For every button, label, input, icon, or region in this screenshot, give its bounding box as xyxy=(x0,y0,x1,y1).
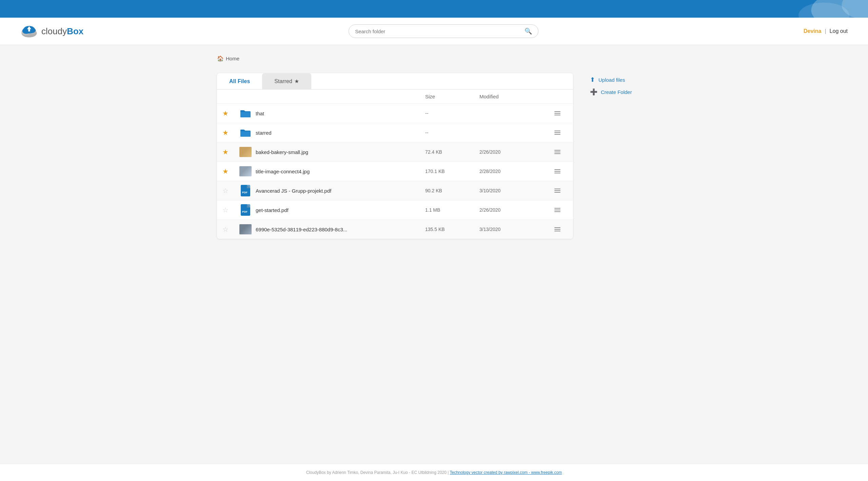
star-icon[interactable]: ★ xyxy=(222,167,239,175)
header-bar xyxy=(0,0,868,18)
file-menu-button[interactable] xyxy=(547,111,568,115)
svg-rect-14 xyxy=(247,185,250,188)
file-info: PDF get-started.pdf xyxy=(239,204,425,216)
file-size: 170.1 KB xyxy=(425,169,479,174)
file-info: baked-bakery-small.jpg xyxy=(239,146,425,158)
svg-rect-18 xyxy=(247,204,250,208)
header-cloud-decoration xyxy=(773,0,868,18)
search-icon[interactable]: 🔍 xyxy=(525,27,532,35)
file-modified: 3/10/2020 xyxy=(479,188,547,193)
file-name: starred xyxy=(256,130,272,136)
breadcrumb: 🏠 Home xyxy=(217,52,651,65)
file-menu-button[interactable] xyxy=(547,189,568,193)
file-name: baked-bakery-small.jpg xyxy=(256,149,308,155)
file-info: that xyxy=(239,107,425,119)
upload-label: Upload files xyxy=(598,77,625,83)
table-row[interactable]: ★ that -- xyxy=(217,104,573,123)
file-size: 90.2 KB xyxy=(425,188,479,193)
file-panel: All Files Starred ★ Size Modified ★ xyxy=(217,73,573,239)
table-row[interactable]: ★ title-image-connect4.jpg 170.1 KB 2/28… xyxy=(217,162,573,181)
file-menu-button[interactable] xyxy=(547,208,568,212)
breadcrumb-home[interactable]: Home xyxy=(226,56,239,61)
sidebar-actions: ⬆ Upload files ➕ Create Folder xyxy=(590,73,651,96)
logo-text: cloudyBox xyxy=(41,26,83,37)
col-size: Size xyxy=(425,94,479,99)
tab-starred-label: Starred xyxy=(274,78,292,84)
footer: CloudyBox by Adrienn Timko, Devina Param… xyxy=(0,464,868,481)
logo: cloudyBox xyxy=(20,24,83,39)
file-menu-button[interactable] xyxy=(547,131,568,135)
star-icon[interactable]: ☆ xyxy=(222,187,239,195)
main-content: 🏠 Home All Files Starred ★ Size Modifi xyxy=(197,45,671,464)
upload-files-button[interactable]: ⬆ Upload files xyxy=(590,76,651,83)
table-row[interactable]: ★ starred -- xyxy=(217,123,573,142)
tab-bar: All Files Starred ★ xyxy=(217,73,573,90)
svg-text:PDF: PDF xyxy=(242,210,248,213)
search-input[interactable] xyxy=(355,28,525,34)
star-icon[interactable]: ☆ xyxy=(222,206,239,214)
col-modified: Modified xyxy=(479,94,547,99)
file-modified: 3/13/2020 xyxy=(479,227,547,232)
file-name: that xyxy=(256,111,264,116)
star-icon[interactable]: ★ xyxy=(222,109,239,117)
file-size: 1.1 MB xyxy=(425,207,479,213)
table-row[interactable]: ☆ PDF Avancerad JS - Grupp-projekt.pdf 9… xyxy=(217,181,573,200)
tab-all-files-label: All Files xyxy=(229,78,250,84)
footer-text: CloudyBox by Adrienn Timko, Devina Param… xyxy=(306,470,449,475)
search-bar: 🔍 xyxy=(349,24,538,38)
table-row[interactable]: ★ baked-bakery-small.jpg 72.4 KB 2/26/20… xyxy=(217,142,573,162)
star-icon[interactable]: ★ xyxy=(222,148,239,156)
footer-link[interactable]: Technology vector created by rawpixel.co… xyxy=(450,470,562,475)
tab-all-files[interactable]: All Files xyxy=(217,73,262,89)
file-info: 6990e-5325d-38119-ed223-880d9-8c3... xyxy=(239,223,425,235)
create-folder-label: Create Folder xyxy=(601,89,632,95)
image-thumbnail xyxy=(239,223,252,235)
logo-bar: cloudyBox 🔍 Devina | Log out xyxy=(0,18,868,45)
file-menu-button[interactable] xyxy=(547,169,568,173)
file-info: starred xyxy=(239,127,425,139)
table-row[interactable]: ☆ 6990e-5325d-38119-ed223-880d9-8c3... 1… xyxy=(217,220,573,239)
file-name: get-started.pdf xyxy=(256,207,289,213)
file-menu-button[interactable] xyxy=(547,150,568,154)
pdf-icon: PDF xyxy=(239,185,252,197)
folder-icon xyxy=(239,127,252,139)
pdf-icon: PDF xyxy=(239,204,252,216)
file-name: Avancerad JS - Grupp-projekt.pdf xyxy=(256,188,331,194)
file-menu-button[interactable] xyxy=(547,227,568,231)
file-size: 135.5 KB xyxy=(425,227,479,232)
file-info: title-image-connect4.jpg xyxy=(239,165,425,177)
file-modified: 2/28/2020 xyxy=(479,169,547,174)
image-thumbnail xyxy=(239,146,252,158)
nav-separator: | xyxy=(825,28,826,34)
image-thumbnail xyxy=(239,165,252,177)
user-nav: Devina | Log out xyxy=(804,28,848,34)
svg-text:PDF: PDF xyxy=(242,191,248,194)
upload-icon: ⬆ xyxy=(590,76,595,83)
file-manager: All Files Starred ★ Size Modified ★ xyxy=(217,73,651,239)
file-list-header: Size Modified xyxy=(217,90,573,104)
file-size: 72.4 KB xyxy=(425,149,479,155)
file-modified: 2/26/2020 xyxy=(479,207,547,213)
logo-icon xyxy=(20,24,38,39)
tab-starred-icon: ★ xyxy=(294,78,299,84)
user-name[interactable]: Devina xyxy=(804,28,821,34)
create-folder-icon: ➕ xyxy=(590,88,597,96)
table-row[interactable]: ☆ PDF get-started.pdf 1.1 MB 2/26/2020 xyxy=(217,200,573,220)
tab-starred[interactable]: Starred ★ xyxy=(262,73,311,89)
home-icon: 🏠 xyxy=(217,55,224,62)
file-size: -- xyxy=(425,130,479,135)
star-icon[interactable]: ★ xyxy=(222,129,239,137)
file-size: -- xyxy=(425,111,479,116)
star-icon[interactable]: ☆ xyxy=(222,225,239,233)
create-folder-button[interactable]: ➕ Create Folder xyxy=(590,88,651,96)
folder-icon xyxy=(239,107,252,119)
logout-button[interactable]: Log out xyxy=(830,28,848,34)
file-name: title-image-connect4.jpg xyxy=(256,169,310,174)
file-name: 6990e-5325d-38119-ed223-880d9-8c3... xyxy=(256,227,347,232)
file-modified: 2/26/2020 xyxy=(479,149,547,155)
file-info: PDF Avancerad JS - Grupp-projekt.pdf xyxy=(239,185,425,197)
